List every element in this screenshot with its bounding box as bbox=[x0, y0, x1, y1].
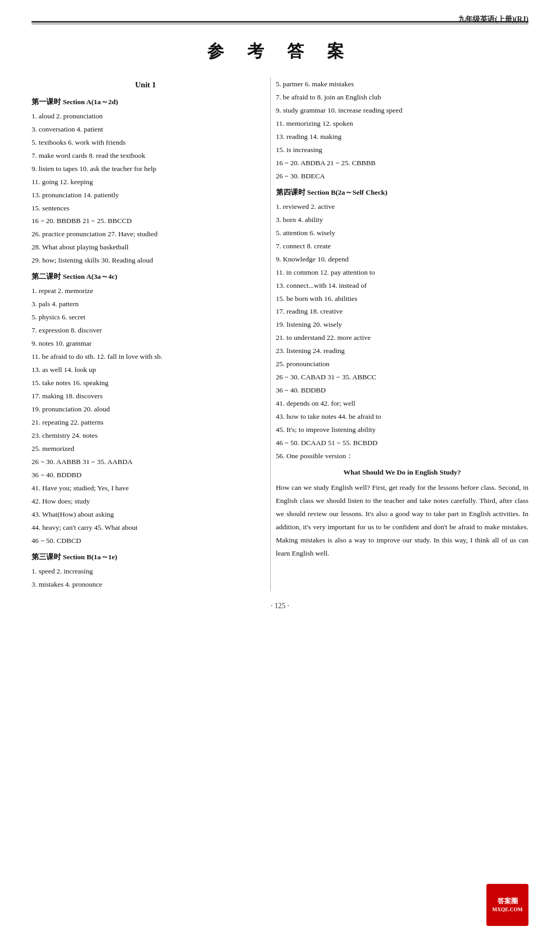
unit-title: Unit 1 bbox=[32, 78, 260, 93]
content-area: Unit 1 第一课时 Section A(1a～2d) 1. aloud 2.… bbox=[32, 78, 528, 591]
left-s1-l6: 13. pronunciation 14. patiently bbox=[32, 189, 260, 202]
section-title-3: 第三课时 Section B(1a～1e) bbox=[32, 551, 260, 564]
book-label: 九年级英语(上册)(RJ) bbox=[458, 15, 528, 24]
essay-title: What Should We Do in English Study? bbox=[276, 466, 528, 479]
right-top-l3: 11. memorizing 12. spoken bbox=[276, 117, 528, 130]
left-s2-l0: 1. repeat 2. memorize bbox=[32, 285, 260, 298]
right-s4-l9: 19. listening 20. wisely bbox=[276, 318, 528, 331]
right-s4-l7: 15. be born with 16. abilities bbox=[276, 293, 528, 306]
right-top-l4: 13. reading 14. making bbox=[276, 130, 528, 144]
page-number: · 125 · bbox=[32, 602, 528, 610]
right-s4-l6: 13. connect...with 14. instead of bbox=[276, 279, 528, 293]
left-s3-l0: 1. speed 2. increasing bbox=[32, 565, 260, 578]
left-s2-l6: 13. as well 14. look up bbox=[32, 364, 260, 377]
right-s4-l4: 9. Knowledge 10. depend bbox=[276, 253, 528, 266]
right-top-l7: 26－30. BDECA bbox=[276, 170, 528, 183]
watermark: 答案圈 MXQE.COM bbox=[486, 884, 528, 926]
right-s4-l10: 21. to understand 22. more active bbox=[276, 331, 528, 345]
right-s4-l8: 17. reading 18. creative bbox=[276, 305, 528, 318]
left-s2-l8: 17. making 18. discovers bbox=[32, 390, 260, 403]
section-title-2: 第二课时 Section A(3a～4c) bbox=[32, 270, 260, 284]
left-s2-l12: 25. memorized bbox=[32, 442, 260, 456]
left-s2-l15: 41. Have you; studied; Yes, I have bbox=[32, 482, 260, 495]
left-s3-l1: 3. mistakes 4. pronounce bbox=[32, 578, 260, 591]
left-s1-l2: 5. textbooks 6. work with friends bbox=[32, 136, 260, 149]
right-s4-l16: 43. how to take notes 44. be afraid to bbox=[276, 410, 528, 424]
right-s4-l14: 36－40. BDDBD bbox=[276, 384, 528, 397]
left-s1-l5: 11. going 12. keeping bbox=[32, 176, 260, 189]
left-s1-l11: 29. how; listening skills 30. Reading al… bbox=[32, 254, 260, 267]
left-s1-l3: 7. make word cards 8. read the textbook bbox=[32, 149, 260, 163]
left-s2-l7: 15. take notes 16. speaking bbox=[32, 377, 260, 390]
left-s2-l5: 11. be afraid to do sth. 12. fall in lov… bbox=[32, 350, 260, 364]
right-s4-l2: 5. attention 6. wisely bbox=[276, 227, 528, 240]
right-column: 5. partner 6. make mistakes 7. be afraid… bbox=[270, 78, 528, 591]
left-s2-l4: 9. notes 10. grammar bbox=[32, 337, 260, 350]
left-s1-l1: 3. conversation 4. patient bbox=[32, 123, 260, 136]
right-top-l6: 16－20. ABDBA 21－25. CBBBB bbox=[276, 157, 528, 170]
watermark-box: 答案圈 MXQE.COM bbox=[486, 884, 528, 926]
left-s2-l18: 44. heavy; can't carry 45. What about bbox=[32, 521, 260, 535]
section-title-4: 第四课时 Section B(2a～Self Check) bbox=[276, 186, 528, 199]
right-s4-l19: 56. One possible version： bbox=[276, 450, 528, 463]
right-top-l1: 7. be afraid to 8. join an English club bbox=[276, 91, 528, 104]
right-s4-l18: 46－50. DCAAD 51－55. BCBDD bbox=[276, 437, 528, 450]
left-s2-l3: 7. expression 8. discover bbox=[32, 324, 260, 337]
left-s1-l10: 28. What about playing basketball bbox=[32, 241, 260, 254]
right-s4-l15: 41. depends on 42. for; well bbox=[276, 397, 528, 410]
left-s2-l1: 3. pals 4. pattern bbox=[32, 298, 260, 311]
main-title: 参 考 答 案 bbox=[32, 40, 528, 63]
right-top-l2: 9. study grammar 10. increase reading sp… bbox=[276, 104, 528, 117]
right-top-l5: 15. is increasing bbox=[276, 144, 528, 157]
right-s4-l13: 26－30. CABAD 31－35. ABBCC bbox=[276, 371, 528, 384]
left-s2-l14: 36－40. BDDBD bbox=[32, 469, 260, 482]
left-column: Unit 1 第一课时 Section A(1a～2d) 1. aloud 2.… bbox=[32, 78, 270, 591]
right-s4-l5: 11. in common 12. pay attention to bbox=[276, 266, 528, 279]
left-s1-l9: 26. practice pronunciation 27. Have; stu… bbox=[32, 228, 260, 241]
left-s2-l9: 19. pronunciation 20. aloud bbox=[32, 403, 260, 416]
left-s2-l2: 5. physics 6. secret bbox=[32, 311, 260, 324]
left-s2-l10: 21. repeating 22. patterns bbox=[32, 416, 260, 429]
watermark-line2: MXQE.COM bbox=[492, 906, 523, 913]
left-s2-l13: 26－30. AABBB 31－35. AABDA bbox=[32, 456, 260, 469]
left-s2-l11: 23. chemistry 24. notes bbox=[32, 429, 260, 442]
right-s4-l12: 25. pronounciation bbox=[276, 358, 528, 371]
essay-body: How can we study English well? First, ge… bbox=[276, 481, 528, 560]
left-s2-l16: 42. How does; study bbox=[32, 495, 260, 508]
right-s4-l3: 7. connect 8. create bbox=[276, 240, 528, 253]
section-title-1: 第一课时 Section A(1a～2d) bbox=[32, 96, 260, 109]
right-s4-l1: 3. born 4. ability bbox=[276, 214, 528, 227]
right-top-l0: 5. partner 6. make mistakes bbox=[276, 78, 528, 91]
right-s4-l11: 23. listening 24. reading bbox=[276, 345, 528, 358]
watermark-line1: 答案圈 bbox=[497, 896, 518, 906]
left-s2-l19: 46－50. CDBCD bbox=[32, 535, 260, 548]
left-s1-l0: 1. aloud 2. pronunciation bbox=[32, 110, 260, 123]
right-s4-l17: 45. It's; to improve listening ability bbox=[276, 424, 528, 437]
left-s1-l8: 16－20. BBDBB 21－25. BBCCD bbox=[32, 215, 260, 228]
right-s4-l0: 1. reviewed 2. active bbox=[276, 200, 528, 214]
left-s2-l17: 43. What(How) about asking bbox=[32, 508, 260, 521]
page: 九年级英语(上册)(RJ) 参 考 答 案 Unit 1 第一课时 Sectio… bbox=[0, 0, 560, 947]
left-s1-l4: 9. listen to tapes 10. ask the teacher f… bbox=[32, 163, 260, 176]
left-s1-l7: 15. sentences bbox=[32, 202, 260, 215]
